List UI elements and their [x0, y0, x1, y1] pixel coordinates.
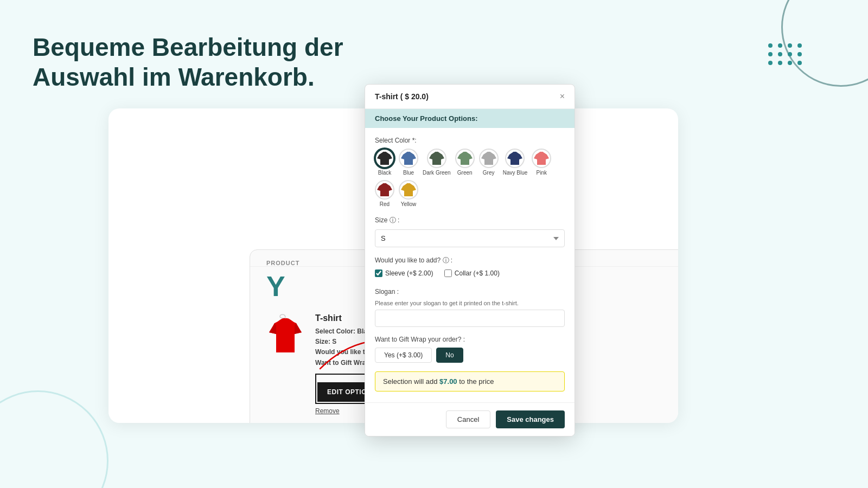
giftwrap-yes-button[interactable]: Yes (+$ 3.00) — [375, 348, 432, 363]
modal-body: Select Color *: Black Blue — [365, 128, 575, 402]
addon-collar-label: Collar (+$ 1.00) — [455, 269, 500, 277]
modal-overlay: T-shirt ( $ 20.0) × Choose Your Product … — [0, 0, 868, 488]
color-swatch-black[interactable]: Black — [375, 149, 394, 176]
selection-notice: Selection will add $7.00 to the price — [375, 371, 565, 391]
color-swatch-grey[interactable]: Grey — [479, 149, 499, 176]
slogan-input[interactable] — [375, 310, 565, 327]
giftwrap-buttons: Yes (+$ 3.00) No — [375, 348, 565, 363]
modal-close-button[interactable]: × — [560, 92, 565, 101]
color-label-blue: Blue — [403, 170, 414, 176]
addon-section: Would you like to add? ⓘ : Sleeve (+$ 2.… — [375, 256, 565, 279]
save-changes-button[interactable]: Save changes — [496, 410, 565, 428]
color-label-black: Black — [378, 170, 391, 176]
color-label-navyblue: Navy Blue — [503, 170, 528, 176]
color-swatch-yellow[interactable]: Yellow — [399, 180, 418, 207]
color-label-red: Red — [380, 201, 390, 207]
addon-collar-checkbox[interactable] — [444, 269, 452, 277]
color-swatch-blue[interactable]: Blue — [399, 149, 418, 176]
color-swatch-red[interactable]: Red — [375, 180, 394, 207]
color-swatch-pink[interactable]: Pink — [532, 149, 551, 176]
color-swatch-green[interactable]: Green — [455, 149, 475, 176]
slogan-label: Slogan : — [375, 288, 565, 296]
giftwrap-no-button[interactable]: No — [436, 348, 463, 363]
color-label-pink: Pink — [537, 170, 547, 176]
color-label-yellow: Yellow — [401, 201, 417, 207]
cancel-button[interactable]: Cancel — [446, 410, 490, 428]
color-label-grey: Grey — [483, 170, 495, 176]
slogan-section: Slogan : Please enter your slogan to get… — [375, 288, 565, 327]
color-swatch-darkgreen[interactable]: Dark Green — [423, 149, 451, 176]
size-label: Size ⓘ : — [375, 216, 565, 225]
color-section: Select Color *: Black Blue — [375, 137, 565, 207]
modal-dialog: T-shirt ( $ 20.0) × Choose Your Product … — [365, 84, 575, 436]
addon-sleeve-label: Sleeve (+$ 2.00) — [385, 269, 433, 277]
modal-section-header: Choose Your Product Options: — [365, 109, 575, 128]
color-swatch-navyblue[interactable]: Navy Blue — [503, 149, 528, 176]
addon-collar[interactable]: Collar (+$ 1.00) — [444, 269, 500, 277]
size-select[interactable]: S XS M L XL XXL — [375, 229, 565, 247]
modal-footer: Cancel Save changes — [365, 402, 575, 436]
slogan-description: Please enter your slogan to get it print… — [375, 300, 565, 306]
addon-label: Would you like to add? ⓘ : — [375, 256, 565, 265]
color-label-darkgreen: Dark Green — [423, 170, 451, 176]
selection-price: $7.00 — [439, 377, 457, 386]
giftwrap-label: Want to Gift Wrap your order? : — [375, 336, 565, 343]
modal-title: T-shirt ( $ 20.0) — [375, 92, 429, 101]
color-label-green: Green — [457, 170, 473, 176]
modal-header: T-shirt ( $ 20.0) × — [365, 85, 575, 109]
addon-sleeve-checkbox[interactable] — [375, 269, 382, 277]
giftwrap-section: Want to Gift Wrap your order? : Yes (+$ … — [375, 336, 565, 363]
color-label: Select Color *: — [375, 137, 565, 144]
size-section: Size ⓘ : S XS M L XL XXL — [375, 216, 565, 247]
color-swatches: Black Blue Dark Green — [375, 149, 565, 207]
addon-sleeve[interactable]: Sleeve (+$ 2.00) — [375, 269, 433, 277]
